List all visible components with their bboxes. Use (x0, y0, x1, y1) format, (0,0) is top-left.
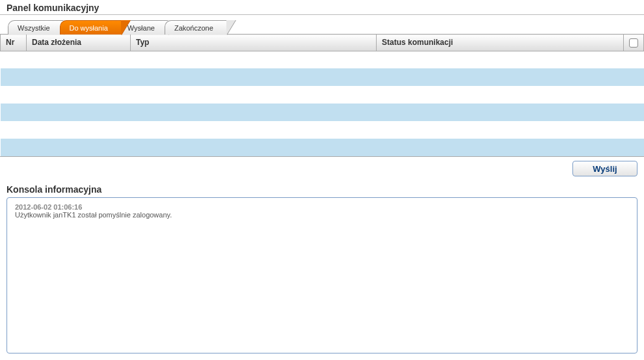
tabs: Wszystkie Do wysłania Wysłane Zakończone (0, 19, 644, 35)
console-entry: 2012-06-02 01:06:16 Użytkownik janTK1 zo… (15, 203, 629, 219)
send-button[interactable]: Wyślij (572, 161, 637, 176)
table-row[interactable] (1, 86, 644, 104)
tab-wszystkie[interactable]: Wszystkie (8, 20, 64, 35)
table-row[interactable] (1, 51, 644, 68)
console-message: Użytkownik janTK1 został pomyślnie zalog… (15, 211, 172, 219)
panel-title: Panel komunikacyjny (0, 0, 644, 14)
table-row[interactable] (1, 139, 644, 156)
message-table: Nr Data złożenia Typ Status komunikacji (0, 34, 644, 156)
separator (0, 14, 644, 15)
col-nr[interactable]: Nr (1, 35, 27, 51)
col-status[interactable]: Status komunikacji (377, 35, 624, 51)
table-row[interactable] (1, 68, 644, 86)
col-select-all[interactable] (624, 35, 644, 51)
col-type[interactable]: Typ (131, 35, 377, 51)
table-row[interactable] (1, 121, 644, 139)
console-title: Konsola informacyjna (0, 183, 644, 197)
console-timestamp: 2012-06-02 01:06:16 (15, 203, 82, 211)
submit-row: Wyślij (0, 156, 644, 183)
tab-zakonczone[interactable]: Zakończone (165, 20, 227, 35)
select-all-checkbox[interactable] (629, 38, 638, 48)
console-box: 2012-06-02 01:06:16 Użytkownik janTK1 zo… (7, 197, 637, 353)
col-date[interactable]: Data złożenia (27, 35, 131, 51)
table-row[interactable] (1, 104, 644, 121)
tab-do-wyslania[interactable]: Do wysłania (60, 20, 122, 35)
